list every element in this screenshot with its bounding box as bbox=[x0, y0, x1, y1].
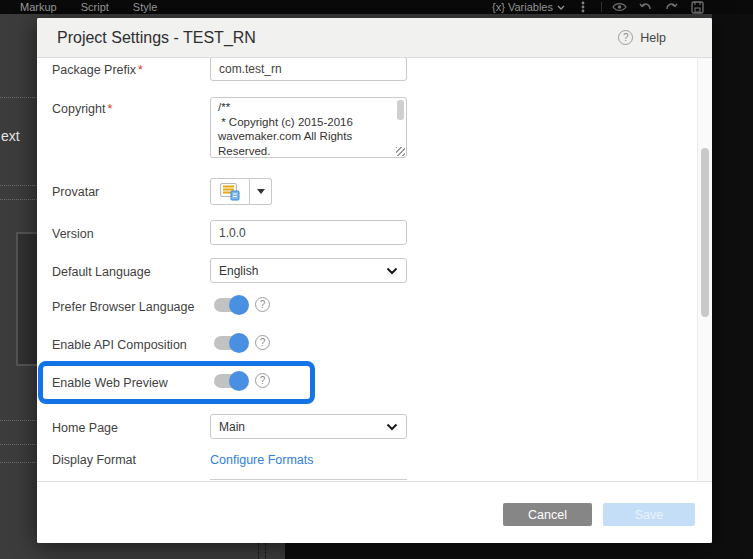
enable-web-preview-label: Enable Web Preview bbox=[52, 376, 168, 390]
required-asterisk: * bbox=[108, 102, 113, 116]
dialog-scrollbar-thumb[interactable] bbox=[701, 148, 709, 317]
home-page-select[interactable]: Main bbox=[210, 414, 407, 439]
kebab-menu-icon[interactable] bbox=[575, 0, 591, 14]
undo-icon[interactable] bbox=[638, 0, 654, 14]
home-page-value: Main bbox=[219, 420, 386, 434]
toggle-knob bbox=[229, 295, 249, 315]
save-button[interactable]: Save bbox=[603, 503, 695, 526]
canvas-dotted-line bbox=[0, 462, 37, 463]
top-toolbar: Markup Script Style {x} Variables bbox=[0, 0, 753, 14]
toolbar-divider bbox=[601, 2, 602, 12]
textarea-scrollbar-thumb[interactable] bbox=[397, 100, 404, 120]
dialog-scrollbar[interactable] bbox=[697, 58, 712, 481]
version-label: Version bbox=[52, 227, 94, 241]
canvas-dotted-vertical bbox=[265, 543, 266, 559]
prefer-browser-language-toggle[interactable] bbox=[214, 298, 247, 312]
save-icon[interactable] bbox=[690, 0, 706, 14]
chevron-down-icon bbox=[557, 5, 565, 10]
tab-script[interactable]: Script bbox=[81, 0, 109, 14]
dialog-footer: Cancel Save bbox=[37, 481, 712, 543]
enable-api-composition-toggle[interactable] bbox=[214, 336, 247, 350]
canvas-dotted-line bbox=[0, 420, 37, 421]
copyright-label: Copyright* bbox=[52, 102, 112, 116]
cancel-button[interactable]: Cancel bbox=[503, 503, 592, 526]
project-settings-dialog: Project Settings - TEST_RN ? Help Packag… bbox=[37, 18, 712, 543]
provatar-label: Provatar bbox=[52, 185, 99, 199]
display-format-label: Display Format bbox=[52, 453, 136, 467]
default-language-value: English bbox=[219, 264, 386, 278]
next-field-partial-border bbox=[210, 479, 407, 480]
chevron-down-icon bbox=[386, 423, 398, 431]
canvas-dotted-vertical bbox=[258, 543, 259, 559]
textarea-resize-handle[interactable] bbox=[396, 147, 405, 156]
home-page-label: Home Page bbox=[52, 421, 118, 435]
provatar-button[interactable] bbox=[210, 178, 250, 205]
dialog-title: Project Settings - TEST_RN bbox=[57, 29, 256, 47]
enable-web-preview-help-icon[interactable]: ? bbox=[255, 373, 270, 388]
default-language-label: Default Language bbox=[52, 265, 151, 279]
help-button[interactable]: ? Help bbox=[618, 30, 666, 45]
toolbar-right-cluster: {x} Variables bbox=[492, 0, 706, 14]
caret-down-icon bbox=[257, 189, 265, 194]
prefer-browser-language-help-icon[interactable]: ? bbox=[255, 297, 270, 312]
enable-web-preview-toggle[interactable] bbox=[214, 374, 247, 388]
canvas-clipped-text: ext bbox=[1, 128, 20, 144]
copyright-textarea[interactable]: /** * Copyright (c) 2015-2016 wavemaker.… bbox=[210, 97, 407, 158]
toggle-knob bbox=[229, 333, 249, 353]
chevron-down-icon bbox=[386, 267, 398, 275]
variables-label: {x} Variables bbox=[492, 1, 553, 13]
variables-dropdown[interactable]: {x} Variables bbox=[492, 1, 565, 13]
provatar-dropdown-button[interactable] bbox=[250, 178, 272, 205]
editor-tabs: Markup Script Style bbox=[20, 0, 157, 14]
provatar-icon bbox=[219, 182, 241, 201]
wavemaker-studio-screen: Markup Script Style {x} Variables bbox=[0, 0, 753, 559]
enable-api-composition-label: Enable API Composition bbox=[52, 338, 187, 352]
toggle-knob bbox=[229, 371, 249, 391]
preview-eye-icon[interactable] bbox=[612, 0, 628, 14]
canvas-bottom-panel bbox=[285, 543, 712, 559]
enable-api-composition-help-icon[interactable]: ? bbox=[255, 335, 270, 350]
canvas-dotted-line bbox=[0, 444, 37, 445]
configure-formats-link[interactable]: Configure Formats bbox=[210, 453, 314, 467]
dialog-body: Package Prefix* Copyright* /** * Copyrig… bbox=[37, 58, 712, 481]
canvas-dotted-line bbox=[0, 199, 37, 200]
canvas-dotted-line bbox=[0, 97, 37, 98]
package-prefix-input[interactable] bbox=[210, 58, 407, 81]
default-language-select[interactable]: English bbox=[210, 258, 407, 283]
redo-icon[interactable] bbox=[664, 0, 680, 14]
help-circle-icon: ? bbox=[618, 30, 633, 45]
tab-markup[interactable]: Markup bbox=[20, 0, 57, 14]
tab-style[interactable]: Style bbox=[133, 0, 157, 14]
required-asterisk: * bbox=[138, 63, 143, 77]
version-input[interactable] bbox=[210, 220, 407, 245]
prefer-browser-language-label: Prefer Browser Language bbox=[52, 300, 194, 314]
copyright-text: /** * Copyright (c) 2015-2016 wavemaker.… bbox=[211, 98, 406, 158]
canvas-dotted-line bbox=[0, 185, 37, 186]
dialog-header: Project Settings - TEST_RN ? Help bbox=[37, 18, 712, 58]
package-prefix-label: Package Prefix* bbox=[52, 63, 143, 77]
provatar-picker bbox=[210, 178, 272, 205]
help-label: Help bbox=[640, 31, 666, 45]
